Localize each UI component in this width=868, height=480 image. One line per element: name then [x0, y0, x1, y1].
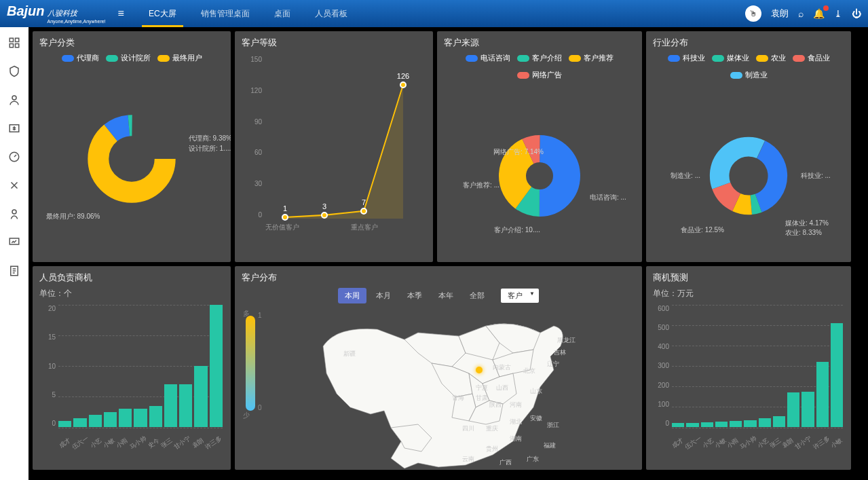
- tools-icon[interactable]: [8, 179, 20, 191]
- legend-item[interactable]: 网络广告: [517, 70, 562, 80]
- filter-quarter[interactable]: 本季: [400, 288, 429, 303]
- user-name[interactable]: 袁朗: [771, 7, 789, 20]
- chart-label: 客户介绍: 10....: [452, 225, 540, 235]
- province-label: 宁夏: [476, 384, 488, 392]
- document-icon[interactable]: [8, 265, 20, 277]
- legend-item[interactable]: 代理商: [62, 53, 99, 63]
- bar: [831, 323, 843, 427]
- person-icon[interactable]: [8, 208, 20, 220]
- search-icon[interactable]: ⌕: [798, 8, 804, 19]
- data-label: 1: [283, 204, 287, 213]
- legend-item[interactable]: 媒体业: [712, 53, 749, 63]
- province-label: 广西: [499, 458, 512, 467]
- bar: [149, 406, 162, 428]
- province-label: 广东: [527, 455, 539, 464]
- legend-item[interactable]: 最终用户: [157, 53, 202, 63]
- data-label: 3: [322, 202, 326, 210]
- svg-rect-2: [10, 44, 13, 48]
- power-icon[interactable]: ⏻: [852, 8, 861, 19]
- filter-week[interactable]: 本周: [338, 288, 366, 303]
- tab-personnel[interactable]: 人员看板: [303, 0, 360, 27]
- svg-rect-8: [10, 238, 19, 244]
- bell-icon[interactable]: 🔔: [813, 8, 825, 19]
- bar: [715, 422, 728, 427]
- download-icon[interactable]: ⤓: [834, 8, 842, 19]
- chart-label: 网络广告: 7.14%: [452, 147, 544, 157]
- user-icon[interactable]: [8, 94, 20, 106]
- panel-title: 客户分类: [39, 37, 224, 49]
- legend-item[interactable]: 设计院所: [106, 53, 151, 63]
- map-select[interactable]: 客户: [501, 289, 539, 303]
- bar: [104, 412, 117, 428]
- svg-rect-3: [16, 44, 19, 48]
- filter-month[interactable]: 本月: [369, 288, 398, 303]
- province-label: 山东: [530, 387, 542, 396]
- province-label: 北京: [523, 367, 535, 375]
- bar: [179, 384, 192, 427]
- donut-chart: [708, 135, 789, 217]
- data-point: [282, 214, 288, 221]
- panel-customer-distribution: 客户分布 本周 本月 本季 本年 全部 客户 多 1 少 0: [235, 266, 642, 470]
- tab-sales[interactable]: 销售管理桌面: [189, 0, 262, 27]
- grad-min-val: 0: [258, 404, 262, 411]
- province-label: 云南: [462, 455, 474, 464]
- bar: [134, 409, 147, 427]
- panel-customer-category: 客户分类 代理商设计院所最终用户 代理商: 9.38%设计院所: 1....最终…: [33, 31, 231, 262]
- grad-max-val: 1: [258, 312, 262, 319]
- unit-label: 单位：万元: [653, 288, 844, 299]
- logo-sub: 八骏科技: [48, 9, 77, 17]
- grid-icon[interactable]: [8, 37, 20, 49]
- province-label: 陕西: [489, 401, 502, 409]
- legend-item[interactable]: 电话咨询: [466, 53, 510, 63]
- panel-personnel-opportunity: 人员负责商机 单位：个 20151050 成才伍六一小艺小敏小雨马小帅史今张三甘…: [33, 266, 231, 470]
- bar: [119, 409, 132, 427]
- panel-customer-level: 客户等级 1501209060300 137126 无价值客户重点客户: [235, 31, 433, 262]
- bar: [816, 362, 829, 427]
- shield-icon[interactable]: [8, 65, 20, 77]
- bar: [686, 423, 698, 427]
- bar: [744, 420, 756, 428]
- bar: [773, 416, 785, 428]
- gauge-icon[interactable]: [8, 151, 20, 163]
- filter-year[interactable]: 本年: [432, 288, 460, 303]
- monitor-icon[interactable]: [8, 236, 20, 248]
- bar: [194, 366, 207, 427]
- province-label: 重庆: [486, 424, 498, 433]
- legend-item[interactable]: 客户介绍: [517, 53, 562, 63]
- svg-point-7: [12, 210, 16, 214]
- data-point: [321, 212, 328, 219]
- province-label: 甘肃: [476, 394, 488, 403]
- province-label: 青海: [452, 394, 464, 403]
- chart-label: 食品业: 12.5%: [653, 225, 724, 235]
- panel-title: 行业分布: [653, 37, 844, 49]
- tab-ec[interactable]: EC大屏: [136, 0, 189, 27]
- province-label: 河南: [510, 401, 522, 409]
- money-icon[interactable]: [8, 122, 20, 134]
- chart-label: 制造业: ...: [653, 171, 700, 181]
- legend-item[interactable]: 客户推荐: [569, 53, 614, 63]
- avatar[interactable]: 🖱: [745, 5, 761, 22]
- menu-icon[interactable]: ≡: [118, 7, 124, 20]
- legend: 科技业媒体业农业食品业制造业: [653, 53, 844, 80]
- legend-item[interactable]: 制造业: [730, 70, 768, 80]
- nav-tabs: EC大屏 销售管理桌面 桌面 人员看板: [136, 0, 360, 27]
- legend-item[interactable]: 农业: [756, 53, 786, 63]
- province-label: 山西: [496, 384, 508, 392]
- province-label: 福建: [544, 441, 556, 450]
- filter-all[interactable]: 全部: [463, 288, 491, 303]
- sidebar: [0, 27, 29, 480]
- tab-desktop[interactable]: 桌面: [262, 0, 303, 27]
- china-map: 多 1 少 0 黑龙江吉林辽宁新疆内: [242, 309, 635, 465]
- province-label: 湖北: [510, 418, 522, 426]
- map-marker: [476, 367, 483, 373]
- legend: 电话咨询客户介绍客户推荐网络广告: [444, 53, 635, 80]
- map-controls: 本周 本月 本季 本年 全部 客户: [242, 288, 635, 303]
- bar: [701, 422, 713, 428]
- bar: [164, 384, 177, 427]
- chart-label: 最终用户: 89.06%: [46, 212, 100, 221]
- legend-item[interactable]: 科技业: [668, 53, 705, 63]
- line-chart: 1501209060300 137126 无价值客户重点客户: [242, 56, 426, 232]
- legend-item[interactable]: 食品业: [793, 53, 830, 63]
- bar: [672, 423, 684, 427]
- topbar: Bajun 八骏科技 Anyone,Anytime,Anywhere! ≡ EC…: [0, 0, 868, 27]
